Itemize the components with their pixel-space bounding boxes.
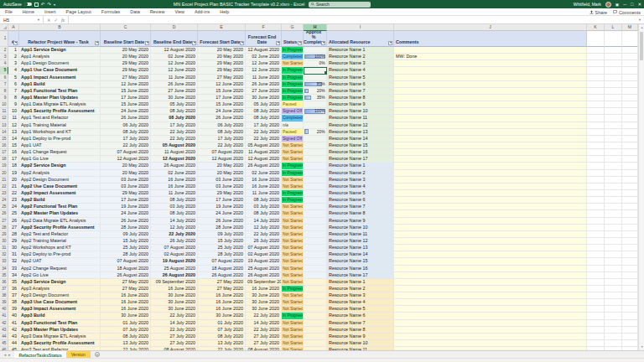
cell-J21[interactable] [394,177,587,184]
cell-E2[interactable]: 20 May 2020 [198,47,246,54]
cell-D12[interactable]: 08 July 2020 [151,115,198,122]
select-all-corner[interactable] [0,24,8,31]
ribbon-tab-file[interactable]: File [0,9,18,14]
cell-G13[interactable]: n/a [282,122,304,129]
cell-C31[interactable]: 25 July 2020 [101,245,151,251]
cell-I24[interactable]: Resource Name 6 [327,197,394,204]
cell-F43[interactable]: 22 July 2020 [246,327,282,334]
cell-I3[interactable]: Resource Name 2 [327,54,394,60]
cell-G30[interactable]: Not Started [282,238,304,245]
cell-A4[interactable]: 3 [8,60,19,67]
row-header-31[interactable]: 31 [0,245,8,251]
cell-J18[interactable] [394,156,587,163]
vertical-scrollbar[interactable]: ▲ ▼ [638,24,644,350]
row-header-21[interactable]: 21 [0,177,8,184]
cell-M42[interactable] [622,320,638,327]
cell-B45[interactable]: App3 Security Profile Assessment [19,340,101,347]
cell-D30[interactable]: 26 July 2020 [151,238,198,245]
selected-cell-H5[interactable] [304,67,327,74]
cell-M44[interactable] [622,334,638,340]
row-header-36[interactable]: 36 [0,279,8,286]
cell-B3[interactable]: App1 Analysis [19,54,101,60]
cell-J27[interactable] [394,218,587,225]
cell-F7[interactable]: 26 June 2020 [246,81,282,88]
cell-J16[interactable] [394,142,587,149]
cell-F32[interactable]: 02 August 2020 [246,251,282,258]
cell-K5[interactable] [587,67,605,74]
cell-J36[interactable] [394,279,587,286]
cell-H27[interactable] [304,218,327,225]
cell-L26[interactable] [605,210,622,217]
cell-D41[interactable]: 22 July 2020 [151,313,198,319]
cell-G29[interactable]: Not Started [282,231,304,238]
ribbon-tab-page-layout[interactable]: Page Layout [61,9,96,14]
cell-A35[interactable]: 34 [8,272,19,279]
insert-function-icon[interactable]: fx [61,18,65,23]
cell-D16[interactable]: 05 August 2020 [151,142,198,149]
undo-icon[interactable]: ↶ [41,3,45,7]
cell-B28[interactable]: App2 Security Profile Assessment [19,225,101,231]
cell-E9[interactable]: 17 June 2020 [198,95,246,101]
cell-I34[interactable]: Resource Name 16 [327,266,394,272]
cell-L6[interactable] [605,75,622,81]
cell-F3[interactable]: 02 June 2020 [246,54,282,60]
cell-I10[interactable]: Resource Name 9 [327,101,394,108]
cell-H35[interactable] [304,272,327,279]
cell-C23[interactable]: 29 May 2020 [101,190,151,197]
cell-L16[interactable] [605,142,622,149]
cell-C15[interactable]: 17 July 2020 [101,136,151,142]
cell-I42[interactable]: Resource Name 7 [327,320,394,327]
cell-B36[interactable]: App3 Service Design [19,279,101,286]
cell-G9[interactable]: In Progress [282,95,304,101]
cell-C30[interactable]: 15 July 2020 [101,238,151,245]
cell-H21[interactable] [304,177,327,184]
cell-E34[interactable]: 18 August 2020 [198,266,246,272]
cell-H36[interactable] [304,279,327,286]
cell-D23[interactable]: 11 June 2020 [151,190,198,197]
cell-K26[interactable] [587,210,605,217]
row-header-16[interactable]: 16 [0,142,8,149]
cell-I14[interactable]: Resource Name 13 [327,129,394,136]
cell-A24[interactable]: 23 [8,197,19,204]
cell-H10[interactable] [304,101,327,108]
cell-G6[interactable]: In Progress [282,75,304,81]
cell-M18[interactable] [622,156,638,163]
cell-F30[interactable]: 26 July 2020 [246,238,282,245]
row-header-3[interactable]: 3 [0,54,8,60]
row-header-27[interactable]: 27 [0,218,8,225]
cell-F4[interactable]: 12 June 2020 [246,60,282,67]
filter-button-H[interactable] [321,41,325,45]
cell-H9[interactable]: 35% [304,95,327,101]
comments-button[interactable]: Comments [613,10,641,15]
cell-K36[interactable] [587,279,605,286]
cell-B21[interactable]: App2 Design Document [19,177,101,184]
cell-L27[interactable] [605,218,622,225]
cell-F17[interactable]: 11 August 2020 [246,149,282,156]
cell-I7[interactable]: Resource Name 6 [327,81,394,88]
cell-J8[interactable] [394,88,587,95]
cell-M40[interactable] [622,306,638,313]
cell-J19[interactable] [394,163,587,169]
cell-J44[interactable] [394,334,587,340]
cell-K24[interactable] [587,197,605,204]
cell-F34[interactable]: 25 August 2020 [246,266,282,272]
cell-F26[interactable]: 08 July 2020 [246,210,282,217]
sheet-nav-right-icon[interactable]: ▸ [8,353,10,357]
cell-M27[interactable] [622,218,638,225]
cell-C13[interactable]: 06 July 2020 [101,122,151,129]
filter-button-E[interactable] [240,41,244,45]
cell-H25[interactable] [304,204,327,210]
cell-M41[interactable] [622,313,638,319]
cell-H31[interactable] [304,245,327,251]
cell-A7[interactable]: 6 [8,81,19,88]
cell-F12[interactable]: 08 July 2020 [246,115,282,122]
save-icon[interactable] [34,3,39,7]
cell-C40[interactable]: 16 June 2020 [101,306,151,313]
cell-G40[interactable]: Not Started [282,306,304,313]
cell-J37[interactable] [394,286,587,292]
cell-G27[interactable]: Not Started [282,218,304,225]
cell-E6[interactable]: 27 May 2020 [198,75,246,81]
cell-K45[interactable] [587,340,605,347]
cell-E20[interactable]: 20 May 2020 [198,170,246,177]
cell-F28[interactable]: 12 July 2020 [246,225,282,231]
